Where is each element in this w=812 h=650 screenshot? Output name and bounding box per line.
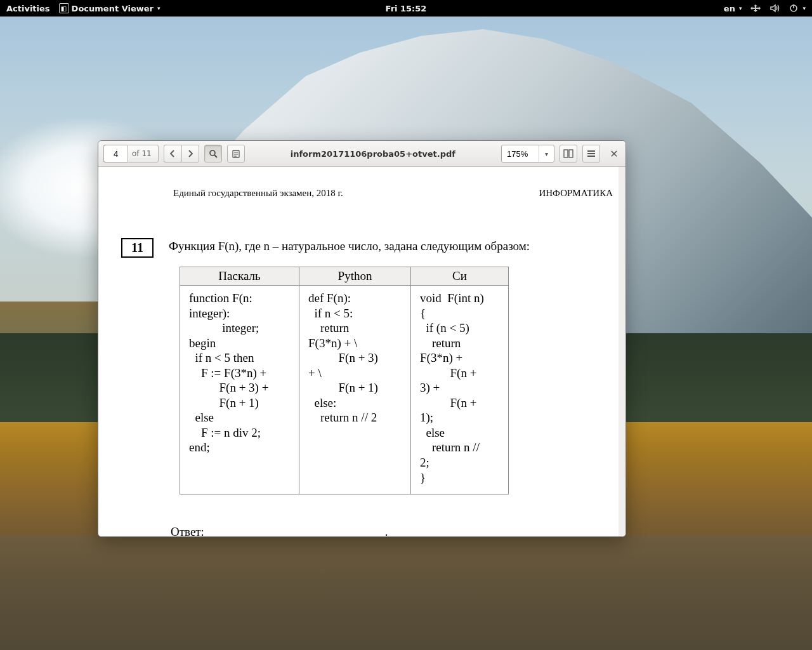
document-toolbar: of 11 inform20171106proba05+otvet.pdf ▾ bbox=[98, 141, 625, 167]
svg-line-3 bbox=[214, 155, 217, 157]
menu-button[interactable] bbox=[582, 145, 600, 162]
doc-header-right: ИНФОРМАТИКА bbox=[539, 188, 613, 199]
search-button[interactable] bbox=[204, 145, 222, 162]
dual-page-icon bbox=[563, 149, 573, 158]
document-title: inform20171106proba05+otvet.pdf bbox=[250, 149, 496, 159]
problem-number-box: 11 bbox=[121, 238, 154, 258]
page-nav-group bbox=[164, 145, 199, 162]
page-total-label: of 11 bbox=[128, 145, 159, 162]
gnome-topbar: Activities ◧ Document Viewer ▾ Fri 15:52… bbox=[0, 0, 812, 17]
answer-line: Ответ: . bbox=[98, 494, 625, 536]
code-comparison-table: Паскаль Python Си function F(n: integer)… bbox=[180, 267, 509, 494]
search-icon bbox=[209, 149, 218, 158]
table-header-pascal: Паскаль bbox=[180, 267, 299, 286]
desktop-wallpaper: of 11 inform20171106proba05+otvet.pdf ▾ bbox=[0, 17, 812, 650]
page-selector: of 11 bbox=[103, 145, 159, 162]
chevron-down-icon: ▾ bbox=[802, 5, 806, 11]
chevron-right-icon bbox=[187, 150, 193, 157]
zoom-value-input[interactable] bbox=[502, 149, 539, 159]
svg-rect-9 bbox=[569, 150, 573, 157]
app-menu[interactable]: ◧ Document Viewer ▾ bbox=[59, 3, 160, 13]
volume-icon[interactable] bbox=[769, 3, 780, 13]
chevron-down-icon: ▾ bbox=[157, 5, 160, 11]
code-pascal: function F(n: integer): integer; begin i… bbox=[180, 286, 299, 494]
close-icon: ✕ bbox=[610, 148, 618, 160]
power-icon bbox=[789, 3, 799, 13]
document-viewer-icon: ◧ bbox=[59, 3, 69, 13]
clock-label[interactable]: Fri 15:52 bbox=[386, 4, 427, 13]
annotations-button[interactable] bbox=[227, 145, 245, 162]
vertical-scrollbar[interactable] bbox=[619, 167, 625, 536]
document-page-content[interactable]: Единый государственный экзамен, 2018 г. … bbox=[98, 167, 625, 536]
power-menu[interactable]: ▾ bbox=[789, 3, 806, 13]
activities-button[interactable]: Activities bbox=[6, 4, 50, 13]
zoom-dropdown-button[interactable]: ▾ bbox=[539, 145, 554, 162]
code-c: void F(int n) { if (n < 5) return F(3*n)… bbox=[411, 286, 509, 494]
input-language-indicator[interactable]: en ▾ bbox=[724, 4, 742, 13]
chevron-left-icon bbox=[169, 150, 176, 157]
page-number-input[interactable] bbox=[103, 145, 128, 162]
code-python: def F(n): if n < 5: return F(3*n) + \ F(… bbox=[299, 286, 411, 494]
next-page-button[interactable] bbox=[181, 145, 199, 162]
network-icon[interactable] bbox=[750, 3, 761, 13]
doc-header-left: Единый государственный экзамен, 2018 г. bbox=[173, 188, 343, 199]
prev-page-button[interactable] bbox=[164, 145, 181, 162]
svg-rect-8 bbox=[564, 150, 568, 157]
table-header-c: Си bbox=[411, 267, 509, 286]
window-close-button[interactable]: ✕ bbox=[608, 148, 620, 160]
chevron-down-icon: ▾ bbox=[739, 5, 742, 11]
zoom-selector[interactable]: ▾ bbox=[501, 145, 554, 162]
dual-page-button[interactable] bbox=[560, 145, 577, 162]
document-viewer-window: of 11 inform20171106proba05+otvet.pdf ▾ bbox=[98, 140, 626, 537]
app-name-label: Document Viewer bbox=[72, 4, 154, 13]
hamburger-icon bbox=[587, 150, 596, 157]
svg-point-2 bbox=[210, 150, 215, 156]
problem-statement: Функция F(n), где n – натуральное число,… bbox=[169, 238, 530, 253]
notepad-icon bbox=[232, 149, 240, 158]
table-header-python: Python bbox=[299, 267, 411, 286]
